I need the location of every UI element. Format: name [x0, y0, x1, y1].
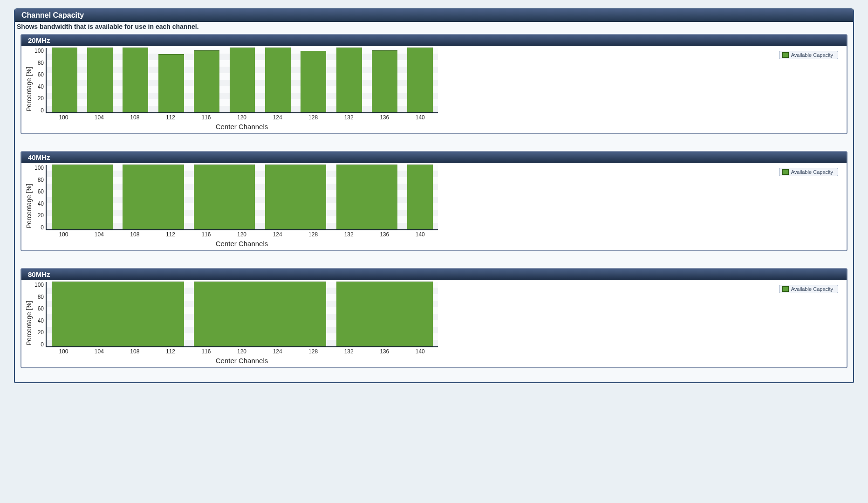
- y-ticks: 100806040200: [34, 165, 46, 230]
- bar: [194, 165, 255, 229]
- legend-label: Available Capacity: [791, 52, 833, 58]
- chart-c40: 40MHzPercentage [%]100806040200100104108…: [21, 151, 847, 251]
- chart-title: 40MHz: [21, 152, 847, 163]
- bar: [265, 48, 291, 112]
- x-ticks: 100104108112116120124128132136140: [46, 230, 438, 239]
- y-axis-label: Percentage [%]: [24, 48, 34, 131]
- legend-swatch-icon: [782, 52, 789, 58]
- bar: [301, 51, 326, 112]
- bar: [265, 165, 326, 229]
- x-axis-label: Center Channels: [46, 240, 438, 248]
- bar: [194, 50, 219, 112]
- bar: [336, 282, 433, 346]
- legend: Available Capacity: [779, 285, 838, 293]
- legend-swatch-icon: [782, 169, 789, 175]
- plot-area: [46, 282, 438, 347]
- chart-title: 20MHz: [21, 35, 847, 46]
- bar: [407, 48, 433, 112]
- legend: Available Capacity: [779, 51, 838, 59]
- legend: Available Capacity: [779, 168, 838, 176]
- bar: [52, 48, 77, 112]
- legend-label: Available Capacity: [791, 286, 833, 292]
- bar: [52, 282, 184, 346]
- y-axis-label: Percentage [%]: [24, 165, 34, 248]
- panel-title: Channel Capacity: [15, 9, 853, 22]
- bar: [52, 165, 113, 229]
- panel-description: Shows bandwidth that is available for us…: [16, 22, 852, 34]
- y-ticks: 100806040200: [34, 48, 46, 113]
- bar: [336, 48, 362, 112]
- bar: [372, 50, 397, 112]
- chart-title: 80MHz: [21, 269, 847, 280]
- chart-c20: 20MHzPercentage [%]100806040200100104108…: [21, 34, 847, 134]
- bar: [230, 48, 255, 112]
- channel-capacity-panel: Channel Capacity Shows bandwidth that is…: [14, 8, 854, 383]
- bar: [407, 165, 433, 229]
- x-axis-label: Center Channels: [46, 123, 438, 131]
- bar: [123, 165, 184, 229]
- bar: [194, 282, 326, 346]
- x-ticks: 100104108112116120124128132136140: [46, 347, 438, 356]
- chart-c80: 80MHzPercentage [%]100806040200100104108…: [21, 268, 847, 368]
- legend-label: Available Capacity: [791, 169, 833, 175]
- x-axis-label: Center Channels: [46, 357, 438, 365]
- bar: [123, 48, 148, 112]
- bar: [336, 165, 397, 229]
- x-ticks: 100104108112116120124128132136140: [46, 113, 438, 122]
- y-axis-label: Percentage [%]: [24, 282, 34, 365]
- y-ticks: 100806040200: [34, 282, 46, 347]
- plot-area: [46, 165, 438, 230]
- bar: [87, 48, 113, 112]
- plot-area: [46, 48, 438, 113]
- bar: [158, 54, 184, 112]
- legend-swatch-icon: [782, 286, 789, 292]
